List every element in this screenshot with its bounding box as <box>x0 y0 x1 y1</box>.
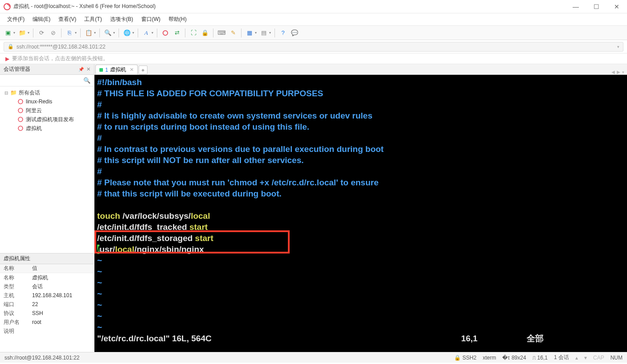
new-tab-button[interactable]: + <box>139 65 148 74</box>
session-label: 虚拟机 <box>26 125 42 132</box>
session-search[interactable]: 🔍 <box>0 75 94 86</box>
status-term: xterm <box>483 355 496 361</box>
status-num: NUM <box>611 355 623 361</box>
menu-help[interactable]: 帮助(H) <box>168 16 187 23</box>
address-dropdown-icon[interactable]: ▾ <box>617 45 619 49</box>
term-line: touch /var/lock/subsys/local <box>97 210 624 221</box>
props-table: 名称 值 名称虚拟机 类型会话 主机192.168.248.101 端口22 协… <box>0 264 94 352</box>
help-icon[interactable]: ? <box>279 29 287 37</box>
tree-root[interactable]: ⊟ 📁 所有会话 <box>0 88 94 97</box>
menu-file[interactable]: 文件(F) <box>7 16 25 23</box>
term-tilde: ~ <box>97 255 624 266</box>
tab-menu-icon[interactable]: ▾ <box>622 70 624 74</box>
props-header-name: 名称 <box>0 265 32 272</box>
main-area: 1 虚拟机 ✕ + ◀ ▶ ▾ #!/bin/bash # THIS FILE … <box>94 64 627 352</box>
session-item[interactable]: 阿里云 <box>0 106 94 115</box>
tabstrip: 1 虚拟机 ✕ + ◀ ▶ ▾ <box>94 64 627 75</box>
feedback-icon[interactable]: 💬 <box>290 29 299 37</box>
svg-point-4 <box>18 117 23 122</box>
minimize-button[interactable]: — <box>566 0 586 13</box>
terminal[interactable]: #!/bin/bash # THIS FILE IS ADDED FOR COM… <box>94 75 627 352</box>
session-panel-header: 会话管理器 📌 ✕ <box>0 64 94 75</box>
globe-icon[interactable]: 🌐 <box>123 29 131 37</box>
address-text: ssh://root:******@192.168.248.101:22 <box>16 44 106 50</box>
disconnect-icon[interactable]: ⊘ <box>49 29 57 37</box>
svg-point-2 <box>18 99 23 104</box>
tab-close-icon[interactable]: ✕ <box>130 67 134 73</box>
status-up-icon[interactable]: ▴ <box>575 355 578 361</box>
tab-label: 虚拟机 <box>110 66 126 74</box>
props-row: 协议SSH <box>0 309 94 318</box>
term-line <box>97 199 624 210</box>
term-tilde: ~ <box>97 277 624 288</box>
flag-icon: ▶ <box>5 56 9 62</box>
props-header-value: 值 <box>32 265 94 272</box>
statusbar: ssh://root@192.168.248.101:22 🔒SSH2 xter… <box>0 352 627 363</box>
address-bar: 🔒 ssh://root:******@192.168.248.101:22 ▾ <box>0 40 627 53</box>
pin-icon[interactable]: 📌 <box>78 67 84 72</box>
paste-icon[interactable]: 📋 <box>84 29 93 37</box>
props-row: 端口22 <box>0 300 94 309</box>
menu-view[interactable]: 查看(V) <box>58 16 76 23</box>
term-line: # this script will NOT be run after all … <box>97 155 624 166</box>
session-item[interactable]: 虚拟机 <box>0 124 94 133</box>
maximize-button[interactable]: ☐ <box>586 0 607 13</box>
term-line: # <box>97 132 624 143</box>
term-line: # Please note that you must run 'chmod +… <box>97 177 624 188</box>
props-row: 类型会话 <box>0 282 94 291</box>
menu-tools[interactable]: 工具(T) <box>84 16 102 23</box>
xshell-icon[interactable] <box>161 29 170 37</box>
notice-text: 要添加当前会话，点击左侧的箭头按钮。 <box>12 55 108 62</box>
status-cap: CAP <box>593 355 604 361</box>
fullscreen-icon[interactable]: ⛶ <box>189 29 198 37</box>
session-item[interactable]: 测试虚拟机项目发布 <box>0 115 94 124</box>
address-input[interactable]: 🔒 ssh://root:******@192.168.248.101:22 ▾ <box>4 42 623 52</box>
new-session-icon[interactable]: ▣ <box>4 29 12 37</box>
cascade-icon[interactable]: ▤ <box>259 29 268 37</box>
status-pos: ⎍16,1 <box>533 355 548 361</box>
tile-icon[interactable]: ▦ <box>245 29 254 37</box>
term-tilde: ~ <box>97 299 624 311</box>
props-row: 主机192.168.248.101 <box>0 291 94 300</box>
find-icon[interactable]: 🔍 <box>103 29 112 37</box>
copy-icon[interactable]: ⎘ <box>65 29 74 37</box>
tab-number: 1 <box>105 67 108 73</box>
reconnect-icon[interactable]: ⟳ <box>37 29 46 37</box>
term-line: # It is highly advisable to create own s… <box>97 110 624 121</box>
lock-icon: 🔒 <box>454 355 461 361</box>
props-panel-header: 虚拟机属性 <box>0 254 94 264</box>
keyboard-icon[interactable]: ⌨ <box>217 29 226 37</box>
titlebar: 虚拟机 - root@localhost:~ - Xshell 6 (Free … <box>0 0 627 13</box>
term-tilde: ~ <box>97 311 624 322</box>
tab-session[interactable]: 1 虚拟机 ✕ <box>95 65 138 74</box>
tab-next-icon[interactable]: ▶ <box>617 70 620 74</box>
props-header-row: 名称 值 <box>0 264 94 273</box>
toolbar: ▣▾ 📁▾ ⟳ ⊘ ⎘▾ 📋▾ 🔍▾ 🌐▾ A▾ ⇄ ⛶ 🔒 ⌨ ✎ ▦▾ ▤▾… <box>0 26 627 40</box>
term-tilde: ~ <box>97 266 624 277</box>
menubar: 文件(F) 编辑(E) 查看(V) 工具(T) 选项卡(B) 窗口(W) 帮助(… <box>0 13 627 26</box>
status-down-icon[interactable]: ▾ <box>584 355 587 361</box>
xftp-icon[interactable]: ⇄ <box>172 29 181 37</box>
term-line: # <box>97 99 624 110</box>
notice-bar: ▶ 要添加当前会话，点击左侧的箭头按钮。 <box>0 53 627 64</box>
status-sessions: 1 会话 <box>554 354 569 361</box>
tab-prev-icon[interactable]: ◀ <box>611 70 615 74</box>
close-button[interactable]: ✕ <box>607 0 627 13</box>
lock-icon[interactable]: 🔒 <box>201 29 209 37</box>
menu-window[interactable]: 窗口(W) <box>141 16 160 23</box>
term-line: /usr/local/nginx/sbin/nginx <box>97 244 624 255</box>
menu-tab[interactable]: 选项卡(B) <box>110 16 133 23</box>
props-panel-title: 虚拟机属性 <box>4 255 30 262</box>
window-title: 虚拟机 - root@localhost:~ - Xshell 6 (Free … <box>13 3 566 10</box>
open-folder-icon[interactable]: 📁 <box>18 29 27 37</box>
session-item[interactable]: linux-Redis <box>0 97 94 106</box>
session-tree: ⊟ 📁 所有会话 linux-Redis 阿里云 测试虚拟机项目发布 虚拟机 <box>0 86 94 253</box>
menu-edit[interactable]: 编辑(E) <box>33 16 50 23</box>
svg-point-1 <box>163 30 168 35</box>
panel-close-icon[interactable]: ✕ <box>86 66 90 72</box>
term-line: /etc/init.d/fdfs_tracked start <box>97 221 624 233</box>
highlight-icon[interactable]: ✎ <box>229 29 238 37</box>
tree-collapse-icon[interactable]: ⊟ <box>4 90 10 95</box>
font-icon[interactable]: A <box>142 29 151 37</box>
session-label: 测试虚拟机项目发布 <box>26 116 74 123</box>
